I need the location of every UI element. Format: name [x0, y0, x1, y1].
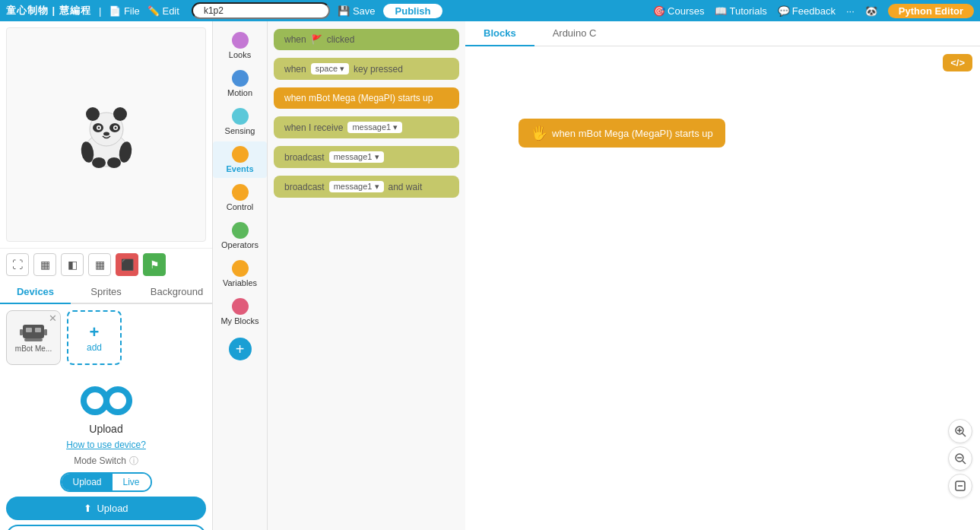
mbot-starts-text: when mBot Mega (MegaPI) starts up [284, 93, 433, 103]
zoom-reset-btn[interactable] [948, 474, 972, 498]
cat-control[interactable]: Control [213, 179, 267, 216]
svg-rect-20 [24, 338, 43, 341]
svg-point-9 [114, 126, 116, 129]
courses-link[interactable]: 🎯 Courses [653, 5, 704, 17]
and-wait-text: and wait [389, 182, 423, 192]
broadcast-wait-text: broadcast [284, 182, 325, 192]
run-btn[interactable]: ⚑ [143, 253, 166, 276]
mode-switch-info[interactable]: ⓘ [129, 455, 138, 468]
blocks-panel: when 🚩 clicked when space ▾ key pressed … [268, 21, 465, 530]
tab-devices[interactable]: Devices [0, 281, 71, 304]
svg-rect-18 [20, 329, 23, 335]
tab-background[interactable]: Background [141, 281, 212, 304]
topbar-right: 🎯 Courses 📖 Tutorials 💬 Feedback ··· 🐼 P… [653, 4, 974, 18]
key-pressed-text: key pressed [354, 64, 403, 75]
disconnect-btn[interactable]: 🔗 Disconnect [6, 525, 206, 531]
tab-row: Devices Sprites Background [0, 281, 212, 304]
edit-menu[interactable]: ✏️ Edit [147, 5, 179, 17]
sensing-dot [232, 108, 249, 125]
expand-btn[interactable]: ⛶ [6, 253, 29, 276]
cat-variables[interactable]: Variables [213, 255, 267, 292]
device-close-btn[interactable]: ✕ [49, 313, 57, 324]
cat-looks-label: Looks [229, 50, 251, 59]
code-toggle-btn[interactable]: </> [943, 54, 972, 71]
mode-live-btn[interactable]: Live [113, 474, 151, 490]
category-panel: Looks Motion Sensing Events Control Oper… [213, 21, 268, 530]
publish-button[interactable]: Publish [383, 4, 443, 18]
topbar: 童心制物 | 慧編程 | 📄 File ✏️ Edit 💾 Save Publi… [0, 0, 980, 21]
more-menu[interactable]: ··· [846, 5, 855, 17]
cat-motion-label: Motion [227, 88, 252, 97]
placed-block-mbot[interactable]: 🖐 when mBot Mega (MegaPI) starts up [519, 119, 725, 148]
cat-myblocks[interactable]: My Blocks [213, 294, 267, 330]
mode-toggle: Upload Live [60, 472, 151, 492]
chain-link-icon [76, 382, 137, 420]
add-label: add [87, 342, 102, 353]
grid-btn[interactable]: ▦ [33, 253, 56, 276]
tutorials-link[interactable]: 📖 Tutorials [715, 5, 766, 17]
block-receive[interactable]: when I receive message1 ▾ [274, 116, 459, 138]
file-menu[interactable]: 📄 File [109, 5, 140, 17]
message1-tag: message1 ▾ [347, 122, 402, 133]
svg-point-8 [97, 126, 100, 129]
cat-events-label: Events [226, 164, 253, 173]
upload-icon-area: Upload [76, 382, 137, 435]
variables-dot [232, 260, 249, 277]
receive-text: when I receive [284, 122, 343, 133]
space-tag: space ▾ [311, 63, 349, 75]
canvas-workspace[interactable]: 🖐 when mBot Mega (MegaPI) starts up </> [465, 46, 980, 528]
cat-add-btn[interactable]: + [229, 338, 252, 360]
device-card-mbot[interactable]: ✕ mBot Me... [6, 310, 61, 365]
mbot-icon [20, 322, 47, 343]
zoom-in-btn[interactable] [948, 419, 972, 443]
svg-line-26 [963, 461, 966, 464]
mode-switch-row: Mode Switch ⓘ [74, 455, 138, 468]
looks-dot [232, 32, 249, 49]
cat-control-label: Control [227, 202, 253, 211]
upload-label-text: Upload [89, 423, 122, 435]
filename-input[interactable] [192, 2, 330, 19]
grid2-btn[interactable]: ▦ [88, 253, 111, 276]
block-broadcast[interactable]: broadcast message1 ▾ [274, 146, 459, 168]
stop-btn[interactable]: ⬛ [116, 253, 138, 276]
tile-btn[interactable]: ◧ [61, 253, 84, 276]
cat-events[interactable]: Events [213, 141, 267, 178]
cat-looks[interactable]: Looks [213, 27, 267, 64]
zoom-out-btn[interactable] [948, 446, 972, 471]
zoom-reset-icon [954, 480, 966, 492]
python-editor-button[interactable]: Python Editor [888, 4, 974, 18]
control-dot [232, 184, 249, 201]
mode-switch-label: Mode Switch [74, 455, 126, 466]
cat-myblocks-label: My Blocks [220, 316, 258, 325]
broadcast-wait-tag: message1 ▾ [329, 181, 384, 192]
block-flag-clicked[interactable]: when 🚩 clicked [274, 29, 459, 50]
block-mbot-starts[interactable]: when mBot Mega (MegaPI) starts up [274, 87, 459, 109]
panda-avatar [76, 100, 137, 169]
feedback-link[interactable]: 💬 Feedback [778, 5, 836, 17]
upload-arrow-icon: ⬆ [84, 503, 92, 514]
svg-rect-19 [44, 329, 47, 335]
canvas-tab-blocks[interactable]: Blocks [465, 21, 534, 46]
cat-operators[interactable]: Operators [213, 217, 267, 254]
mode-upload-btn[interactable]: Upload [62, 474, 112, 490]
upload-action-btn[interactable]: ⬆ Upload [6, 497, 206, 520]
block-key-pressed[interactable]: when space ▾ key pressed [274, 58, 459, 80]
svg-line-22 [963, 433, 966, 436]
cat-sensing[interactable]: Sensing [213, 103, 267, 140]
how-to-link[interactable]: How to use device? [66, 440, 146, 450]
svg-point-14 [107, 157, 121, 168]
tab-sprites[interactable]: Sprites [71, 281, 141, 304]
cat-variables-label: Variables [223, 278, 257, 287]
motion-dot [232, 70, 249, 87]
add-device-btn[interactable]: + add [67, 310, 122, 365]
block-broadcast-wait[interactable]: broadcast message1 ▾ and wait [274, 176, 459, 198]
sprite-area [0, 21, 212, 248]
save-button[interactable]: 💾 Save [338, 5, 376, 17]
when-text: when [284, 64, 306, 75]
device-row: ✕ mBot Me... + add [6, 310, 206, 365]
canvas-tab-arduino[interactable]: Arduino C [534, 21, 615, 46]
svg-rect-17 [35, 328, 41, 332]
canvas-tabs: Blocks Arduino C [465, 21, 980, 46]
zoom-in-icon [954, 425, 966, 437]
cat-motion[interactable]: Motion [213, 65, 267, 102]
